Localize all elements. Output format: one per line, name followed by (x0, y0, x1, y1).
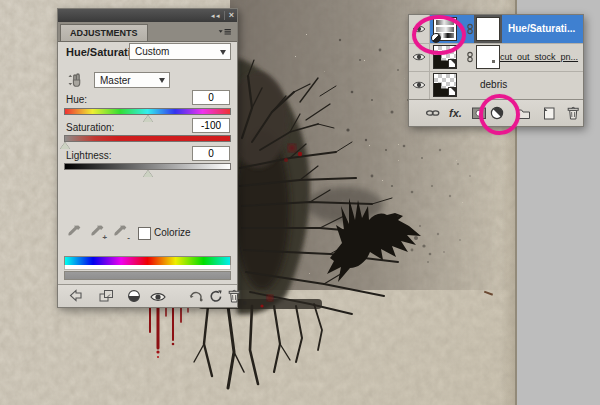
hue-slider-marker[interactable] (143, 115, 153, 122)
layer-styles-fx-button[interactable]: fx. (449, 107, 465, 123)
adjustments-content: Hue/Saturation Custom Master Hue: Satura… (58, 41, 237, 307)
lightness-slider-track[interactable] (64, 163, 231, 170)
channel-dropdown[interactable]: Master (94, 72, 170, 88)
thumbnail-badge-icon (448, 87, 456, 96)
view-previous-state-icon[interactable] (188, 288, 204, 304)
saturation-slider-track[interactable] (64, 135, 231, 142)
chevron-down-icon (220, 50, 226, 55)
on-image-adjustment-tool-icon[interactable] (66, 71, 84, 89)
lightness-slider-marker[interactable] (143, 170, 153, 177)
mask-link-icon[interactable] (466, 23, 474, 35)
panel-tab-strip: ADJUSTMENTS (58, 22, 237, 42)
preset-dropdown[interactable]: Custom (129, 43, 231, 60)
mask-link-icon[interactable] (466, 51, 474, 63)
return-arrow-icon[interactable] (68, 288, 84, 304)
collapse-to-icons-button[interactable]: ◄◄ (210, 13, 220, 19)
visibility-eye-icon[interactable] (409, 15, 430, 43)
layer-thumbnail[interactable] (433, 73, 457, 97)
close-panel-button[interactable]: × (229, 11, 234, 20)
eyedropper-subtract-icon[interactable]: - (112, 223, 128, 241)
saturation-slider-marker[interactable] (60, 142, 70, 149)
layers-toolbar: fx. (409, 99, 583, 126)
spectrum-gap (64, 265, 231, 270)
layer-mask-thumbnail[interactable] (476, 17, 500, 41)
layer-row-debris[interactable]: debris (409, 71, 583, 100)
hue-value-input[interactable] (192, 90, 230, 105)
eyedropper-add-icon[interactable]: + (89, 223, 105, 241)
visibility-eye-icon[interactable] (409, 43, 430, 71)
layer-mask-thumbnail[interactable] (476, 45, 500, 69)
mask-content-dot (492, 60, 495, 63)
new-layer-button[interactable] (541, 105, 557, 121)
saturation-label: Saturation: (66, 122, 114, 133)
thumbnail-content-shape (434, 55, 448, 68)
adjustment-layer-badge-icon (431, 33, 441, 43)
spectrum-after-bar-desaturated (64, 271, 231, 280)
hue-saturation-adjustment-thumbnail[interactable] (433, 17, 457, 41)
lightness-label: Lightness: (66, 150, 112, 161)
add-layer-mask-button[interactable] (471, 105, 487, 121)
reset-icon[interactable] (208, 288, 224, 304)
saturation-value-input[interactable] (192, 118, 230, 133)
layer-name[interactable]: debris (480, 79, 507, 90)
layer-name[interactable]: cut_out_stock_pn... (500, 52, 578, 62)
layer-thumbnail[interactable] (433, 45, 457, 69)
adjustments-footer-toolbar (58, 284, 237, 307)
hue-label: Hue: (66, 94, 87, 105)
chevron-down-icon (159, 78, 165, 83)
layer-row-hue-saturation[interactable]: Hue/Saturati... (409, 15, 583, 44)
eyedropper-icon[interactable] (66, 223, 82, 241)
panel-menu-icon[interactable] (217, 27, 233, 36)
thumbnail-content-shape (434, 83, 448, 96)
titlebar-divider (224, 11, 225, 20)
colorize-checkbox[interactable] (138, 227, 151, 240)
visibility-eye-icon[interactable] (409, 71, 430, 99)
delete-adjustment-trash-icon[interactable] (226, 288, 242, 304)
thumbnail-badge-icon (448, 59, 456, 68)
layers-panel: Hue/Saturati... cut_out_stock_pn... debr… (408, 14, 584, 127)
add-adjustment-layer-button[interactable] (489, 105, 505, 121)
adjustments-panel: ◄◄ × ADJUSTMENTS Hue/Saturation Custom M… (57, 8, 238, 308)
panel-titlebar: ◄◄ × (58, 9, 237, 22)
visibility-eye-icon[interactable] (150, 291, 166, 303)
link-layers-icon[interactable] (425, 105, 441, 121)
tab-adjustments[interactable]: ADJUSTMENTS (60, 24, 148, 41)
lightness-value-input[interactable] (192, 146, 230, 161)
channel-value: Master (100, 75, 131, 86)
colorize-label: Colorize (154, 227, 191, 238)
new-group-folder-button[interactable] (515, 105, 531, 121)
layer-row-cut-out-stock[interactable]: cut_out_stock_pn... (409, 43, 583, 72)
switch-panel-size-icon[interactable] (98, 288, 114, 304)
hue-slider-track[interactable] (64, 108, 231, 115)
delete-layer-trash-button[interactable] (565, 105, 581, 121)
preset-value: Custom (135, 46, 169, 57)
clip-to-layer-icon[interactable] (126, 288, 142, 304)
layer-name[interactable]: Hue/Saturati... (508, 23, 575, 34)
